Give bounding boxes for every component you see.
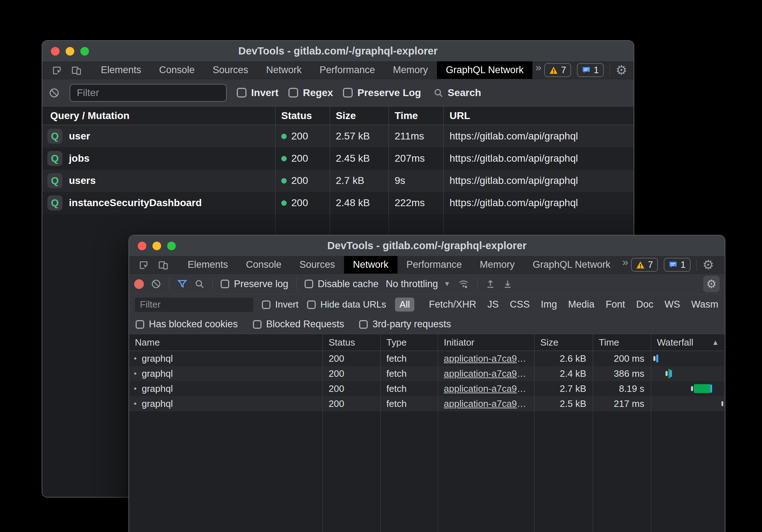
type-filter-media[interactable]: Media: [568, 299, 595, 310]
clear-network-log-icon[interactable]: [151, 279, 161, 289]
waterfall-bar[interactable]: [651, 366, 725, 381]
table-row[interactable]: Qusers 200 2.7 kB 9s https://gitlab.com/…: [42, 170, 634, 192]
row-checkbox[interactable]: [134, 403, 136, 405]
type-filter-fetch-xhr[interactable]: Fetch/XHR: [429, 299, 476, 310]
row-checkbox[interactable]: [134, 388, 136, 390]
type-filter-css[interactable]: CSS: [510, 299, 530, 310]
column-header-status[interactable]: Status: [276, 106, 330, 125]
search-toggle[interactable]: Search: [433, 87, 481, 99]
initiator-link[interactable]: application-a7ca9d0…: [444, 368, 528, 379]
checkbox[interactable]: [307, 300, 316, 309]
preserve-log-checkbox[interactable]: Preserve Log: [343, 87, 421, 99]
tab-graphql-network[interactable]: GraphQL Network: [437, 61, 533, 79]
column-header-size[interactable]: Size: [535, 334, 593, 351]
search-icon[interactable]: [194, 279, 204, 289]
inspect-element-icon[interactable]: [134, 256, 154, 274]
tab-elements[interactable]: Elements: [179, 256, 237, 274]
device-toolbar-icon[interactable]: [154, 256, 173, 274]
invert-checkbox[interactable]: Invert: [262, 299, 298, 310]
titlebar[interactable]: DevTools - gitlab.com/-/graphql-explorer: [129, 236, 725, 256]
hide-data-urls-checkbox[interactable]: Hide data URLs: [307, 299, 386, 310]
inspect-element-icon[interactable]: [47, 61, 67, 79]
warnings-badge[interactable]: 7: [544, 63, 571, 77]
column-header-name[interactable]: Name: [129, 334, 323, 351]
checkbox[interactable]: [237, 88, 246, 98]
tab-network[interactable]: Network: [257, 61, 311, 79]
checkbox[interactable]: [221, 280, 229, 288]
column-header-initiator[interactable]: Initiator: [438, 334, 535, 351]
network-filter-input[interactable]: [135, 298, 253, 312]
more-tabs-icon[interactable]: »: [532, 61, 544, 79]
filter-input[interactable]: [70, 84, 227, 102]
table-row[interactable]: graphql 200 fetch application-a7ca9d0… 2…: [129, 366, 725, 381]
column-header-status[interactable]: Status: [323, 334, 381, 351]
table-row[interactable]: Quser 200 2.57 kB 211ms https://gitlab.c…: [42, 125, 634, 147]
type-filter-doc[interactable]: Doc: [636, 299, 653, 310]
regex-checkbox[interactable]: Regex: [288, 87, 333, 99]
tab-console[interactable]: Console: [237, 256, 291, 274]
preserve-log-checkbox[interactable]: Preserve log: [221, 279, 288, 290]
type-filter-font[interactable]: Font: [606, 299, 625, 310]
tab-sources[interactable]: Sources: [291, 256, 344, 274]
export-har-icon[interactable]: [503, 279, 513, 289]
table-row[interactable]: graphql 200 fetch application-a7ca9d0… 2…: [129, 381, 725, 396]
type-filter-all[interactable]: All: [395, 298, 415, 312]
tab-performance[interactable]: Performance: [398, 256, 471, 274]
third-party-requests-checkbox[interactable]: 3rd-party requests: [359, 319, 451, 330]
tab-console[interactable]: Console: [150, 61, 204, 79]
checkbox[interactable]: [305, 280, 313, 288]
type-filter-img[interactable]: Img: [541, 299, 557, 310]
tab-network[interactable]: Network: [344, 256, 398, 274]
checkbox[interactable]: [136, 320, 144, 329]
column-header-size[interactable]: Size: [330, 106, 389, 125]
issues-badge[interactable]: 1: [577, 63, 604, 77]
type-filter-js[interactable]: JS: [488, 299, 499, 310]
warnings-badge[interactable]: 7: [631, 258, 658, 272]
initiator-link[interactable]: application-a7ca9d0…: [444, 398, 528, 409]
settings-gear-icon[interactable]: ⚙: [616, 64, 627, 77]
tab-elements[interactable]: Elements: [92, 61, 150, 79]
initiator-link[interactable]: application-a7ca9d0…: [444, 383, 528, 394]
filter-funnel-icon[interactable]: [177, 279, 187, 289]
block-clear-icon[interactable]: [49, 87, 60, 98]
customize-menu-icon[interactable]: ⋮: [633, 64, 634, 76]
network-settings-button[interactable]: ⚙: [703, 276, 720, 292]
column-header-url[interactable]: URL: [444, 106, 634, 125]
tab-memory[interactable]: Memory: [471, 256, 524, 274]
invert-checkbox[interactable]: Invert: [237, 87, 278, 99]
blocked-requests-checkbox[interactable]: Blocked Requests: [253, 319, 344, 330]
has-blocked-cookies-checkbox[interactable]: Has blocked cookies: [136, 319, 238, 330]
row-checkbox[interactable]: [134, 357, 136, 360]
column-header-waterfall[interactable]: Waterfall ▲: [651, 334, 725, 351]
checkbox[interactable]: [359, 320, 368, 329]
row-checkbox[interactable]: [134, 372, 136, 375]
import-har-icon[interactable]: [485, 279, 495, 289]
record-button[interactable]: [134, 279, 144, 289]
more-tabs-icon[interactable]: »: [619, 256, 631, 274]
issues-badge[interactable]: 1: [664, 258, 691, 272]
customize-menu-icon[interactable]: ⋮: [720, 259, 725, 271]
waterfall-bar[interactable]: [651, 351, 725, 366]
column-header-time[interactable]: Time: [389, 106, 444, 125]
tab-memory[interactable]: Memory: [384, 61, 437, 79]
tab-graphql-network[interactable]: GraphQL Network: [524, 256, 620, 274]
waterfall-bar[interactable]: [651, 396, 725, 411]
tab-sources[interactable]: Sources: [204, 61, 257, 79]
checkbox[interactable]: [288, 88, 298, 98]
initiator-link[interactable]: application-a7ca9d0…: [444, 353, 528, 364]
checkbox[interactable]: [343, 88, 353, 98]
column-header-time[interactable]: Time: [593, 334, 651, 351]
device-toolbar-icon[interactable]: [67, 61, 86, 79]
settings-gear-icon[interactable]: ⚙: [702, 258, 714, 271]
tab-performance[interactable]: Performance: [311, 61, 384, 79]
table-row[interactable]: Qjobs 200 2.45 kB 207ms https://gitlab.c…: [42, 147, 634, 170]
titlebar[interactable]: DevTools - gitlab.com/-/graphql-explorer: [42, 41, 634, 61]
table-row[interactable]: graphql 200 fetch application-a7ca9d0… 2…: [129, 396, 725, 411]
type-filter-ws[interactable]: WS: [664, 299, 680, 310]
checkbox[interactable]: [262, 300, 271, 309]
network-conditions-icon[interactable]: [458, 279, 469, 289]
waterfall-bar[interactable]: [651, 381, 725, 396]
type-filter-wasm[interactable]: Wasm: [691, 299, 719, 310]
table-row[interactable]: QinstanceSecurityDashboard 200 2.48 kB 2…: [42, 192, 634, 214]
table-row[interactable]: graphql 200 fetch application-a7ca9d0… 2…: [129, 351, 725, 366]
